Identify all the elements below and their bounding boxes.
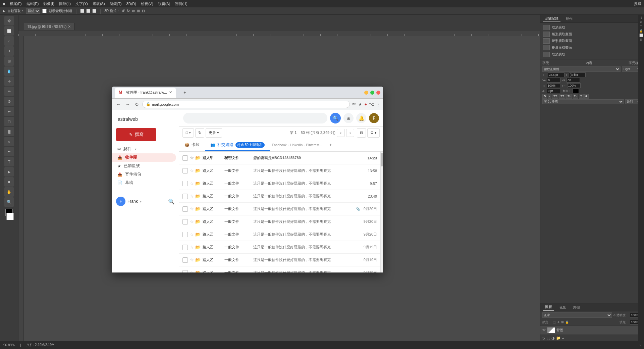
email-checkbox-7[interactable]	[182, 245, 188, 250]
browser-maximize-btn[interactable]	[370, 91, 374, 95]
email-star-4[interactable]: ☆	[190, 206, 194, 211]
ps-panel-icon-4[interactable]: 🔒	[639, 29, 643, 33]
sidebar-item-starred[interactable]: ★ 已加星號	[112, 162, 179, 170]
tool-pen[interactable]: ✒	[4, 147, 14, 156]
email-checkbox-6[interactable]	[182, 232, 188, 237]
menu-image[interactable]: 影像(I)	[41, 1, 56, 7]
menu-view[interactable]: 檢視(V)	[139, 1, 155, 7]
ps-statusbar-arrow[interactable]: ›	[640, 343, 641, 347]
ps-history-item-3[interactable]: 矩形廣取畫面	[540, 44, 644, 51]
email-checkbox-3[interactable]	[182, 194, 188, 199]
tool-hand[interactable]: ✋	[4, 187, 14, 197]
browser-address-bar[interactable]: 🔒 mail.google.com	[142, 101, 350, 108]
tool-crop[interactable]: ⊞	[4, 56, 14, 66]
ps-lock-artboard-btn[interactable]: ⊞	[561, 320, 564, 324]
prev-page-btn[interactable]: ‹	[337, 129, 345, 137]
ps-history-tab[interactable]: 步驟記錄	[543, 15, 560, 22]
ps-under-btn[interactable]: T	[579, 94, 584, 99]
category-tab-social[interactable]: 👥 社交網路 超過 50 封新郵件	[205, 139, 270, 151]
menu-edit[interactable]: 編輯(E)	[24, 1, 41, 7]
email-star-7[interactable]: ☆	[190, 245, 194, 250]
next-page-btn[interactable]: ›	[346, 129, 354, 137]
new-tab-btn[interactable]: +	[178, 89, 192, 96]
email-row-5[interactable]: ☆ 📂 路人乙 一般文件 這只是一般信件沒什麼好隱藏的，不需要馬賽克 9月20日	[179, 215, 380, 228]
ps-leading-input[interactable]	[569, 72, 586, 77]
ps-strike-btn[interactable]: T	[584, 94, 589, 99]
settings-btn[interactable]: ⚙ ▾	[367, 128, 380, 138]
toolbar-transform-checkbox[interactable]	[42, 9, 47, 13]
gmail-search-button[interactable]: 🔍	[330, 113, 341, 123]
browser-eye-icon[interactable]: 👁	[352, 102, 356, 107]
ps-add-mask-btn[interactable]: ⬚	[547, 336, 550, 340]
ps-lock-position-btn[interactable]: ✛	[557, 320, 560, 324]
toolbar-align-right[interactable]: ⬜	[92, 9, 96, 13]
email-row-4[interactable]: ☆ 📂 路人乙 一般文件 這只是一般信件沒什麼好隱藏的，不需要馬賽克 📎 9月2…	[179, 203, 380, 215]
menu-3d[interactable]: 3D(D)	[124, 1, 138, 6]
ps-tracking-input[interactable]	[567, 78, 580, 83]
tool-select-rect[interactable]: ⬜	[4, 26, 14, 36]
ps-history-item-1[interactable]: 矩形廣取畫面	[540, 31, 644, 38]
email-star-9[interactable]: ☆	[190, 270, 194, 272]
ps-layer-eye-icon[interactable]: 👁	[542, 328, 546, 332]
tool-lasso[interactable]: ⌕	[4, 36, 14, 46]
menu-layer[interactable]: 圖層(L)	[57, 1, 73, 7]
ps-bold-btn[interactable]: B	[542, 94, 547, 99]
ps-layers-tab[interactable]: 圖層	[543, 304, 554, 311]
email-star-5[interactable]: ☆	[190, 219, 194, 224]
ps-hscale-input[interactable]	[567, 83, 581, 88]
ps-super-btn[interactable]: T¹	[566, 94, 572, 99]
select-all-btn[interactable]: ☐ ▾	[182, 128, 194, 138]
browser-menu-icon[interactable]: ⋮	[376, 102, 380, 107]
ps-font-size-input[interactable]	[548, 72, 565, 77]
browser-back-btn[interactable]: ←	[115, 101, 122, 108]
browser-forward-btn[interactable]: →	[124, 101, 131, 108]
tool-shape[interactable]: ■	[4, 177, 14, 187]
gmail-account-avatar[interactable]: F	[369, 113, 379, 123]
email-row-0[interactable]: ☆ 📂 路人甲 秘密文件 您的密碼是ABCD123456789 14:23	[179, 152, 380, 164]
ps-info-icon[interactable]: ℹ	[641, 16, 642, 19]
sidebar-item-mail[interactable]: ✉ 郵件 ▾	[112, 145, 179, 153]
user-search-icon[interactable]: 🔍	[168, 198, 175, 205]
tool-zoom[interactable]: 🔍	[4, 197, 14, 207]
toolbar-3d-slide[interactable]: ⊞	[137, 9, 140, 13]
toolbar-3d-rotate[interactable]: ↺	[122, 9, 125, 13]
email-row-8[interactable]: ☆ 📂 路人乙 一般文件 這只是一般信件沒什麼好隱藏的，不需要馬賽克 9月19日	[179, 254, 380, 266]
menu-select[interactable]: 選取(S)	[91, 1, 107, 7]
tool-eraser[interactable]: ◻	[4, 117, 14, 126]
email-star-0[interactable]: ☆	[190, 155, 194, 160]
menu-help[interactable]: 說明(H)	[173, 1, 189, 7]
ps-doc-tab-close[interactable]: ✕	[68, 24, 71, 29]
email-checkbox-8[interactable]	[182, 257, 188, 263]
tool-brush[interactable]: ✏	[4, 87, 14, 96]
browser-star-icon[interactable]: ★	[358, 102, 362, 107]
email-row-9[interactable]: ☆ 📂 路人乙 一般文件 這只是一般信件沒什麼好隱藏的，不需要馬賽克 9月19日	[179, 266, 380, 272]
email-row-6[interactable]: ☆ 📂 路人乙 一般文件 這只是一般信件沒什麼好隱藏的，不需要馬賽克 9月20日	[179, 228, 380, 241]
email-star-8[interactable]: ☆	[190, 257, 194, 262]
menu-filter[interactable]: 濾鏡(T)	[108, 1, 124, 7]
ps-panel-icon-2[interactable]: ⊕	[640, 20, 643, 24]
browser-extension-icon[interactable]: ⌥	[369, 102, 374, 107]
gmail-user-section[interactable]: F Frank ▾ 🔍	[112, 194, 179, 209]
tool-heal[interactable]: ✛	[4, 77, 14, 86]
ps-adjustment-layer-btn[interactable]: ◑	[551, 336, 555, 340]
gmail-search-input[interactable]	[183, 113, 327, 123]
sidebar-item-drafts[interactable]: 📄 草稿	[112, 179, 179, 187]
tool-eyedropper[interactable]: 💧	[4, 66, 14, 76]
email-checkbox-4[interactable]	[182, 206, 188, 212]
refresh-btn[interactable]: ↻	[195, 128, 204, 138]
tool-wand[interactable]: ✦	[4, 46, 14, 56]
tool-move[interactable]: ✥	[4, 16, 14, 26]
ps-blend-mode-select[interactable]: 正常	[542, 312, 612, 318]
toolbar-align-center[interactable]: ⬜	[86, 9, 90, 13]
tool-path-select[interactable]: ▶	[4, 167, 14, 177]
toolbar-3d-pan[interactable]: ⊕	[132, 9, 135, 13]
ps-font-family-select[interactable]: 微軟正黑體	[542, 66, 621, 72]
ps-history-item-2[interactable]: 矩形廣取畫面	[540, 38, 644, 44]
ps-lang-select[interactable]: 英文: 美國	[542, 99, 624, 104]
ps-add-layer-btn[interactable]: +	[562, 336, 564, 340]
ps-history-item-0[interactable]: 取消廣取	[540, 24, 644, 31]
ps-add-style-btn[interactable]: fx	[542, 336, 545, 340]
email-star-2[interactable]: ☆	[190, 181, 194, 186]
browser-tab-close-btn[interactable]: ✕	[169, 90, 172, 95]
ps-layer-bg[interactable]: 👁 背景 🔒	[540, 326, 644, 335]
